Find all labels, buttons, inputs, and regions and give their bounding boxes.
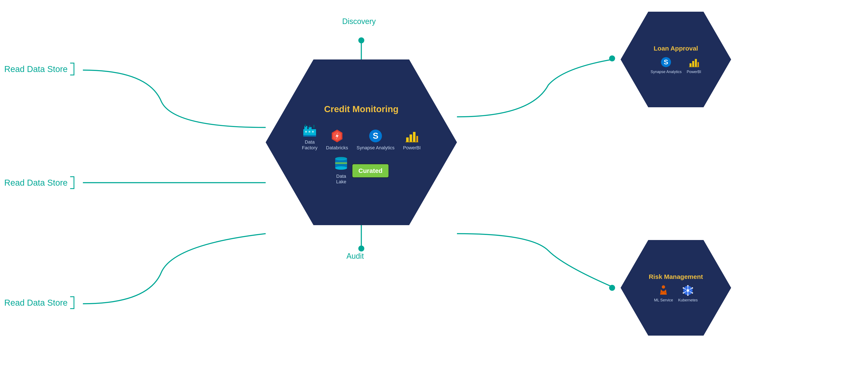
datalake-group: DataLake Curated — [334, 155, 389, 185]
center-hex-title: Credit Monitoring — [324, 104, 399, 114]
ml-service-icon — [658, 285, 669, 296]
discovery-label: Discovery — [342, 17, 376, 26]
svg-rect-31 — [689, 63, 691, 67]
bracket-bot — [70, 296, 74, 309]
read-store-top: Read Data Store — [4, 63, 74, 75]
svg-rect-34 — [698, 62, 699, 66]
kubernetes-icon — [682, 285, 694, 296]
svg-rect-9 — [313, 125, 315, 128]
synapse-item: S Synapse Analytics — [356, 129, 395, 151]
svg-rect-7 — [305, 125, 306, 127]
svg-point-52 — [692, 292, 693, 294]
read-store-top-label: Read Data Store — [4, 64, 68, 74]
loan-approval-title: Loan Approval — [654, 45, 698, 52]
datalake-item: DataLake — [334, 155, 348, 185]
risk-management-hex: Risk Management ML Service — [621, 240, 731, 335]
loan-synapse-icon: S — [660, 56, 672, 68]
synapse-label: Synapse Analytics — [356, 145, 395, 151]
svg-point-3 — [609, 285, 615, 291]
kubernetes-item: Kubernetes — [678, 285, 698, 303]
bracket-mid — [70, 176, 74, 189]
risk-management-hex-shape: Risk Management ML Service — [621, 240, 731, 335]
synapse-analytics-icon: S — [368, 129, 383, 143]
read-store-mid-label: Read Data Store — [4, 178, 68, 188]
svg-rect-23 — [405, 142, 418, 142]
svg-rect-6 — [309, 127, 312, 130]
svg-point-48 — [687, 294, 689, 296]
svg-text:S: S — [664, 58, 669, 66]
loan-synapse-label: Synapse Analytics — [651, 70, 682, 74]
audit-label: Audit — [346, 252, 364, 261]
svg-rect-33 — [695, 59, 697, 66]
data-factory-icon — [302, 123, 317, 138]
svg-point-47 — [687, 285, 689, 286]
svg-rect-19 — [406, 137, 409, 142]
loan-synapse-item: S Synapse Analytics — [651, 56, 682, 74]
svg-point-2 — [609, 56, 615, 61]
ml-service-item: ML Service — [654, 285, 673, 303]
datalake-icon — [334, 155, 348, 172]
ml-service-label: ML Service — [654, 298, 673, 303]
svg-rect-20 — [409, 134, 412, 142]
loan-approval-hex-shape: Loan Approval S Synapse Analytics — [621, 12, 731, 107]
bracket-top — [70, 63, 74, 75]
databricks-label: Databricks — [326, 145, 348, 151]
read-store-bot: Read Data Store — [4, 296, 74, 309]
svg-rect-32 — [692, 61, 694, 67]
datalake-label: DataLake — [336, 173, 346, 185]
tools-row-2: DataLake Curated — [334, 155, 389, 185]
powerbi-label: PowerBI — [403, 145, 421, 151]
databricks-icon — [330, 129, 344, 143]
svg-point-27 — [335, 157, 347, 160]
svg-point-1 — [358, 246, 364, 252]
databricks-item: Databricks — [326, 129, 348, 151]
svg-point-36 — [662, 285, 665, 289]
svg-rect-13 — [303, 135, 316, 136]
svg-rect-21 — [413, 132, 415, 142]
risk-management-title: Risk Management — [649, 273, 703, 280]
powerbi-icon — [404, 129, 419, 143]
loan-powerbi-icon — [688, 56, 700, 68]
data-factory-label: DataFactory — [302, 139, 317, 151]
svg-rect-8 — [309, 125, 310, 127]
center-hex: Credit Monitoring — [266, 60, 457, 225]
svg-rect-10 — [305, 131, 307, 133]
svg-point-51 — [683, 292, 684, 294]
svg-point-0 — [358, 37, 364, 43]
kubernetes-label: Kubernetes — [678, 298, 698, 303]
svg-rect-35 — [689, 66, 699, 67]
svg-text:S: S — [373, 131, 378, 140]
read-store-bot-label: Read Data Store — [4, 298, 68, 308]
data-factory-item: DataFactory — [302, 123, 317, 151]
curated-badge: Curated — [352, 164, 389, 178]
svg-rect-22 — [416, 136, 418, 142]
read-store-mid: Read Data Store — [4, 176, 74, 189]
loan-approval-hex: Loan Approval S Synapse Analytics — [621, 12, 731, 107]
svg-point-49 — [683, 287, 684, 288]
svg-rect-11 — [309, 131, 310, 133]
svg-point-50 — [692, 287, 693, 288]
powerbi-item: PowerBI — [403, 129, 421, 151]
svg-point-26 — [335, 166, 347, 170]
svg-rect-28 — [335, 162, 347, 164]
svg-point-40 — [686, 289, 689, 292]
tools-row-1: DataFactory Databricks — [302, 123, 421, 151]
loan-powerbi-label: PowerBI — [687, 70, 701, 74]
loan-powerbi-item: PowerBI — [687, 56, 701, 74]
center-hex-shape: Credit Monitoring — [266, 60, 457, 225]
svg-rect-12 — [312, 131, 314, 133]
loan-approval-icons: S Synapse Analytics PowerBI — [651, 56, 701, 74]
risk-management-icons: ML Service — [654, 285, 698, 303]
